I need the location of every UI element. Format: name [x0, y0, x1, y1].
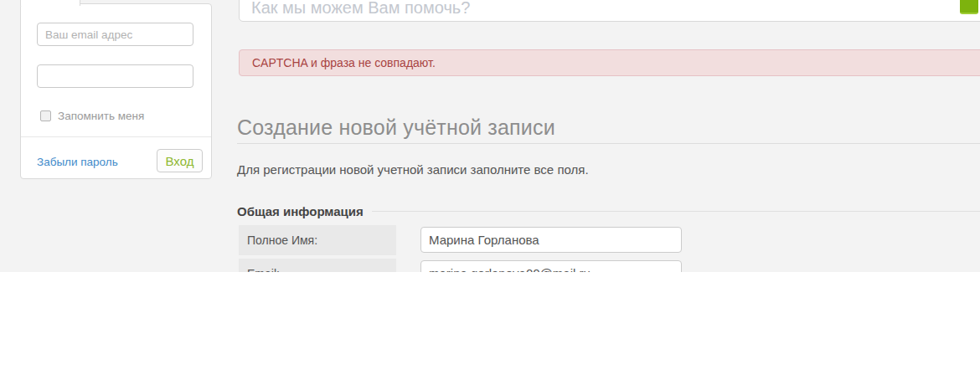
error-alert: CAPTCHA и фраза не совпадают.: [239, 49, 980, 76]
signin-button[interactable]: Вход: [157, 149, 203, 172]
section-title: Общая информация: [237, 204, 364, 218]
login-panel: Запомнить меня Забыли пароль Вход: [20, 3, 212, 179]
login-password-input[interactable]: [37, 64, 193, 88]
email-field-label: Email:: [239, 259, 396, 272]
section-header: Общая информация: [237, 204, 980, 218]
fullname-field-label: Полное Имя:: [239, 225, 396, 255]
registration-email-input[interactable]: [420, 260, 682, 272]
intro-text: Для регистрации новой учетной записи зап…: [237, 162, 589, 177]
login-footer-divider: [21, 136, 211, 137]
login-email-input[interactable]: [37, 23, 193, 46]
remember-me-label: Запомнить меня: [58, 110, 144, 122]
browser-viewport: Запомнить меня Забыли пароль Вход CAPTCH…: [0, 0, 980, 385]
remember-me-row: Запомнить меня: [40, 110, 144, 122]
forgot-password-link[interactable]: Забыли пароль: [37, 156, 118, 168]
section-divider: [372, 211, 980, 212]
search-button[interactable]: [960, 0, 978, 14]
helpdesk-page: Запомнить меня Забыли пароль Вход CAPTCH…: [0, 0, 980, 272]
page-title: Создание новой учётной записи: [237, 116, 555, 140]
active-tab-remnant: [20, 0, 80, 6]
title-divider: [237, 143, 980, 144]
fullname-input[interactable]: [420, 227, 682, 253]
remember-me-checkbox[interactable]: [40, 110, 51, 121]
blank-area: [0, 272, 980, 385]
error-alert-text: CAPTCHA и фраза не совпадают.: [252, 56, 436, 69]
search-input[interactable]: [239, 0, 980, 22]
